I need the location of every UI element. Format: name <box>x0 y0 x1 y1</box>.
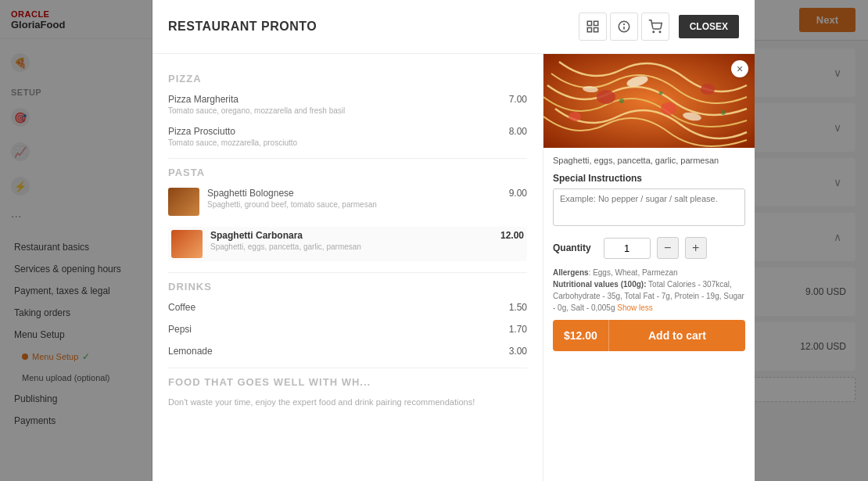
restaurant-modal: RESTAURANT PRONTO <box>152 0 755 481</box>
svg-rect-9 <box>543 54 755 148</box>
nutrition-label: Nutritional values (100g): <box>553 280 646 289</box>
entry-desc: Tomato sauce, oregano, mozzarella and fr… <box>168 106 501 115</box>
entry-price: 9.00 <box>509 188 527 199</box>
entry-price: 1.50 <box>509 302 527 313</box>
entry-image <box>171 230 203 258</box>
svg-point-8 <box>659 31 661 33</box>
menu-entry-pepsi[interactable]: Pepsi 1.70 <box>168 324 527 335</box>
cart-icon-btn[interactable] <box>641 13 669 41</box>
entry-desc: Spaghetti, ground beef, tomato sauce, pa… <box>207 200 501 209</box>
detail-close-button[interactable]: × <box>731 60 748 77</box>
entry-name: Pizza Margherita <box>168 94 501 105</box>
divider <box>168 272 527 273</box>
menu-entry-lemonade[interactable]: Lemonade 3.00 <box>168 346 527 357</box>
svg-rect-1 <box>594 21 597 25</box>
modal-header: RESTAURANT PRONTO <box>152 0 755 54</box>
detail-content: Spaghetti, eggs, pancetta, garlic, parme… <box>543 148 755 359</box>
show-less-link[interactable]: Show less <box>617 303 653 312</box>
entry-price: 7.00 <box>509 94 527 105</box>
modal-title: RESTAURANT PRONTO <box>168 20 317 34</box>
svg-point-12 <box>701 84 715 95</box>
entry-price: 12.00 <box>500 230 524 241</box>
svg-point-11 <box>661 102 676 115</box>
menu-entry-pizza-prosciutto[interactable]: Pizza Prosciutto Tomato sauce, mozzarell… <box>168 126 527 147</box>
entry-price: 8.00 <box>509 126 527 137</box>
svg-point-19 <box>721 110 726 115</box>
entry-info: Spaghetti Bolognese Spaghetti, ground be… <box>207 188 501 209</box>
entry-image <box>168 188 199 216</box>
food-detail-image <box>543 54 755 148</box>
quantity-increment-button[interactable]: + <box>685 237 707 259</box>
svg-point-7 <box>653 31 655 33</box>
entry-info: Pepsi <box>168 324 501 335</box>
menu-entry-spaghetti-bolognese[interactable]: Spaghetti Bolognese Spaghetti, ground be… <box>168 188 527 216</box>
divider <box>168 158 527 159</box>
close-modal-button[interactable]: CLOSEX <box>679 15 739 38</box>
detail-ingredients: Spaghetti, eggs, pancetta, garlic, parme… <box>553 156 745 165</box>
add-to-cart-label: Add to cart <box>609 320 745 351</box>
category-drinks: DRINKS <box>168 281 527 293</box>
add-to-cart-bar[interactable]: $12.00 Add to cart <box>553 320 745 351</box>
menu-panel: PIZZA Pizza Margherita Tomato sauce, ore… <box>152 54 543 481</box>
entry-info: Coffee <box>168 302 501 313</box>
entry-name: Pizza Prosciutto <box>168 126 501 137</box>
quantity-decrement-button[interactable]: − <box>657 237 679 259</box>
menu-entry-spaghetti-carbonara[interactable]: Spaghetti Carbonara Spaghetti, eggs, pan… <box>168 227 527 261</box>
svg-point-17 <box>619 99 624 103</box>
entry-price: 3.00 <box>509 346 527 357</box>
special-instructions-label: Special Instructions <box>553 173 745 184</box>
allergens-value: Eggs, Wheat, Parmezan <box>593 268 677 277</box>
quantity-input[interactable] <box>604 238 651 259</box>
quantity-label: Quantity <box>553 242 591 253</box>
allergen-section: Allergens: Eggs, Wheat, Parmezan Nutriti… <box>553 267 745 314</box>
category-pizza: PIZZA <box>168 73 527 84</box>
entry-name: Pepsi <box>168 324 501 335</box>
entry-info: Spaghetti Carbonara Spaghetti, eggs, pan… <box>210 230 493 251</box>
modal-body: PIZZA Pizza Margherita Tomato sauce, ore… <box>152 54 755 481</box>
menu-entry-pizza-margherita[interactable]: Pizza Margherita Tomato sauce, oregano, … <box>168 94 527 115</box>
allergens-label: Allergens <box>553 268 589 277</box>
menu-icon-btn[interactable] <box>579 13 607 41</box>
detail-panel: × <box>543 54 755 481</box>
entry-name: Spaghetti Bolognese <box>207 188 501 199</box>
menu-entry-coffee[interactable]: Coffee 1.50 <box>168 302 527 313</box>
category-food-pairing: FOOD THAT GOES WELL WITH WH... <box>168 376 527 388</box>
entry-info: Lemonade <box>168 346 501 357</box>
cart-price: $12.00 <box>553 320 609 351</box>
entry-info: Pizza Margherita Tomato sauce, oregano, … <box>168 94 501 115</box>
entry-desc: Spaghetti, eggs, pancetta, garlic, parme… <box>210 242 493 251</box>
svg-rect-2 <box>587 28 591 32</box>
special-instructions-input[interactable] <box>553 188 745 226</box>
modal-header-icons: CLOSEX <box>579 13 739 41</box>
entry-name: Spaghetti Carbonara <box>210 230 493 241</box>
svg-rect-0 <box>587 21 591 25</box>
entry-price: 1.70 <box>509 324 527 335</box>
divider <box>168 368 527 368</box>
svg-point-13 <box>569 112 581 121</box>
svg-rect-3 <box>594 28 597 32</box>
quantity-row: Quantity − + <box>553 237 745 259</box>
svg-point-10 <box>597 90 615 104</box>
info-icon-btn[interactable] <box>610 13 638 41</box>
svg-point-18 <box>659 92 663 95</box>
entry-desc: Tomato sauce, mozzarella, prosciutto <box>168 138 501 147</box>
entry-name: Coffee <box>168 302 501 313</box>
entry-info: Pizza Prosciutto Tomato sauce, mozzarell… <box>168 126 501 147</box>
entry-name: Lemonade <box>168 346 501 357</box>
category-pasta: PASTA <box>168 167 527 178</box>
food-pairing-desc: Don't waste your time, enjoy the expert … <box>168 397 527 407</box>
